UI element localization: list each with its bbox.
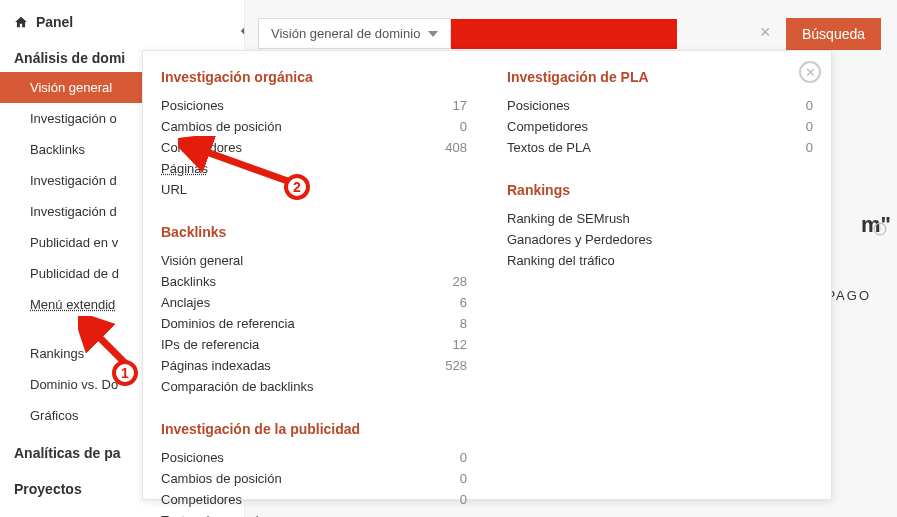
row-label: Textos de anuncios xyxy=(161,513,272,517)
publicidad-row-textos-de-anuncios[interactable]: Textos de anuncios xyxy=(161,510,467,517)
row-value: 0 xyxy=(460,119,467,134)
popup-close-button[interactable]: ✕ xyxy=(799,61,821,83)
backlinks-row-dominios-de-referencia[interactable]: Dominios de referencia8 xyxy=(161,313,467,334)
row-label: Posiciones xyxy=(507,98,570,113)
row-label: Competidores xyxy=(161,492,242,507)
popup-left-column: Investigación orgánica Posiciones17Cambi… xyxy=(161,65,467,485)
topbar: Visión general de dominio xyxy=(258,18,677,49)
row-label: Cambios de posición xyxy=(161,119,282,134)
annotation-badge-1: 1 xyxy=(112,360,138,386)
row-label: IPs de referencia xyxy=(161,337,259,352)
row-label: Posiciones xyxy=(161,98,224,113)
rankings-heading: Rankings xyxy=(507,182,813,198)
row-value: 0 xyxy=(806,119,813,134)
backlinks-heading: Backlinks xyxy=(161,224,467,240)
row-label: Dominios de referencia xyxy=(161,316,295,331)
row-label: Competidores xyxy=(161,140,242,155)
row-label: URL xyxy=(161,182,187,197)
pla-row-competidores[interactable]: Competidores0 xyxy=(507,116,813,137)
organica-row-cambios-de-posici-n[interactable]: Cambios de posición0 xyxy=(161,116,467,137)
clear-search-icon[interactable]: × xyxy=(760,22,771,43)
row-label: Anclajes xyxy=(161,295,210,310)
rankings-row-ranking-del-tr-fico[interactable]: Ranking del tráfico xyxy=(507,250,813,271)
row-value: 0 xyxy=(460,471,467,486)
panel-link[interactable]: Panel xyxy=(0,0,244,36)
row-value: 17 xyxy=(453,98,467,113)
backlinks-row-ips-de-referencia[interactable]: IPs de referencia12 xyxy=(161,334,467,355)
row-label: Ranking del tráfico xyxy=(507,253,615,268)
pla-row-posiciones[interactable]: Posiciones0 xyxy=(507,95,813,116)
backlinks-row-p-ginas-indexadas[interactable]: Páginas indexadas528 xyxy=(161,355,467,376)
organica-row-p-ginas[interactable]: Páginas xyxy=(161,158,467,179)
row-value: 528 xyxy=(445,358,467,373)
row-label: Textos de PLA xyxy=(507,140,591,155)
organica-row-competidores[interactable]: Competidores408 xyxy=(161,137,467,158)
row-label: Competidores xyxy=(507,119,588,134)
publicidad-row-competidores[interactable]: Competidores0 xyxy=(161,489,467,510)
publicidad-heading: Investigación de la publicidad xyxy=(161,421,467,437)
row-label: Cambios de posición xyxy=(161,471,282,486)
popup-right-column: Investigación de PLA Posiciones0Competid… xyxy=(507,65,813,485)
tab-pago[interactable]: PAGO xyxy=(826,288,871,303)
row-value: 0 xyxy=(460,492,467,507)
publicidad-row-posiciones[interactable]: Posiciones0 xyxy=(161,447,467,468)
organica-heading: Investigación orgánica xyxy=(161,69,467,85)
publicidad-row-cambios-de-posici-n[interactable]: Cambios de posición0 xyxy=(161,468,467,489)
rankings-row-ganadores-y-perdedores[interactable]: Ganadores y Perdedores xyxy=(507,229,813,250)
pla-row-textos-de-pla[interactable]: Textos de PLA0 xyxy=(507,137,813,158)
row-value: 0 xyxy=(806,140,813,155)
row-label: Ranking de SEMrush xyxy=(507,211,630,226)
backlinks-row-visi-n-general[interactable]: Visión general xyxy=(161,250,467,271)
organica-row-posiciones[interactable]: Posiciones17 xyxy=(161,95,467,116)
row-value: 0 xyxy=(460,450,467,465)
row-label: Comparación de backlinks xyxy=(161,379,313,394)
row-label: Posiciones xyxy=(161,450,224,465)
pla-heading: Investigación de PLA xyxy=(507,69,813,85)
search-input-redacted[interactable] xyxy=(451,19,677,49)
row-value: 8 xyxy=(460,316,467,331)
row-value: 12 xyxy=(453,337,467,352)
row-value: 0 xyxy=(806,98,813,113)
backlinks-row-backlinks[interactable]: Backlinks28 xyxy=(161,271,467,292)
extended-menu-popup: ✕ Investigación orgánica Posiciones17Cam… xyxy=(142,50,832,500)
panel-label: Panel xyxy=(36,14,73,30)
row-label: Páginas xyxy=(161,161,208,176)
row-label: Páginas indexadas xyxy=(161,358,271,373)
svg-text:i: i xyxy=(879,225,881,234)
row-label: Ganadores y Perdedores xyxy=(507,232,652,247)
domain-dropdown[interactable]: Visión general de dominio xyxy=(258,18,451,49)
row-value: 6 xyxy=(460,295,467,310)
chevron-down-icon xyxy=(428,31,438,37)
row-label: Visión general xyxy=(161,253,243,268)
row-label: Backlinks xyxy=(161,274,216,289)
collapse-icon[interactable] xyxy=(236,24,250,38)
backlinks-row-comparaci-n-de-backlinks[interactable]: Comparación de backlinks xyxy=(161,376,467,397)
search-button[interactable]: Búsqueda xyxy=(786,18,881,50)
row-value: 408 xyxy=(445,140,467,155)
row-value: 28 xyxy=(453,274,467,289)
home-icon xyxy=(14,15,28,29)
annotation-badge-2: 2 xyxy=(284,174,310,200)
domain-dropdown-label: Visión general de dominio xyxy=(271,26,420,41)
organica-row-url[interactable]: URL xyxy=(161,179,467,200)
backlinks-row-anclajes[interactable]: Anclajes6 xyxy=(161,292,467,313)
info-icon[interactable]: i xyxy=(873,222,887,236)
rankings-row-ranking-de-semrush[interactable]: Ranking de SEMrush xyxy=(507,208,813,229)
